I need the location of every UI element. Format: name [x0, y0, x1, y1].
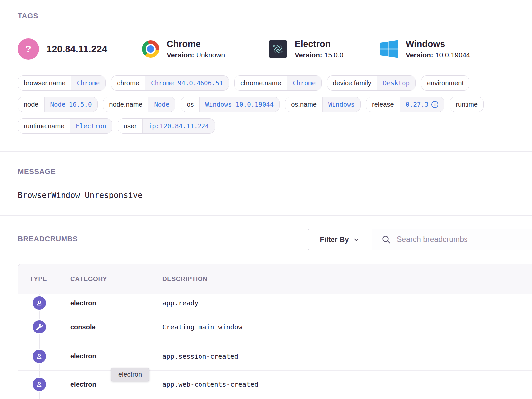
tag-pill-user[interactable]: user ip:120.84.11.224 — [118, 118, 215, 134]
breadcrumbs-table-header: TYPE CATEGORY DESCRIPTION — [18, 264, 532, 294]
context-user: ? 120.84.11.224 — [18, 38, 107, 60]
question-mark-icon: ? — [25, 43, 31, 55]
tag-value[interactable]: Electron — [70, 119, 112, 133]
tag-pill-environment[interactable]: environment — [421, 75, 469, 91]
runtime-version: Version: 15.0.0 — [295, 51, 343, 59]
tag-key: environment — [421, 76, 469, 90]
unknown-user-avatar: ? — [18, 38, 39, 60]
section-divider — [0, 215, 532, 216]
tag-pill-browser-name[interactable]: browser.name Chrome — [18, 75, 106, 91]
info-icon[interactable]: i — [431, 101, 438, 108]
os-version: Version: 10.0.19044 — [406, 51, 470, 59]
chevron-down-icon — [352, 236, 360, 244]
browser-title: Chrome — [167, 39, 225, 49]
category-tooltip: electron — [111, 368, 149, 381]
tag-key: node.name — [103, 97, 148, 112]
wrench-icon — [32, 319, 47, 334]
filter-by-button[interactable]: Filter By — [308, 229, 372, 250]
breadcrumb-row[interactable]: electron app.ready — [18, 294, 532, 312]
tag-value[interactable]: Chrome — [287, 76, 322, 90]
tag-pill-row-3: runtime.name Electron user ip:120.84.11.… — [18, 118, 215, 134]
tag-key: os — [181, 97, 199, 112]
message-section-title: MESSAGE — [18, 167, 56, 176]
tag-pill-os[interactable]: os Windows 10.0.19044 — [181, 97, 280, 112]
breadcrumb-description: app.web-contents-created — [162, 380, 532, 388]
breadcrumb-row[interactable]: electron app.session-created — [18, 342, 532, 370]
windows-logo-icon — [380, 40, 398, 58]
tag-key: device.family — [327, 76, 377, 90]
breadcrumb-description: Creating main window — [162, 323, 532, 331]
tag-pill-runtime[interactable]: runtime — [450, 97, 484, 112]
context-os: Windows Version: 10.0.19044 — [380, 38, 470, 60]
breadcrumb-category: console — [70, 323, 162, 331]
tags-section-title: TAGS — [18, 12, 38, 20]
user-ip-title: 120.84.11.224 — [46, 44, 107, 55]
tag-value[interactable]: Node 16.5.0 — [44, 97, 98, 112]
column-header-type: TYPE — [18, 275, 70, 283]
tag-pill-node-name[interactable]: node.name Node — [103, 97, 175, 112]
tag-value[interactable]: Desktop — [377, 76, 415, 90]
tag-pill-os-name[interactable]: os.name Windows — [285, 97, 361, 112]
tag-pill-device-family[interactable]: device.family Desktop — [327, 75, 416, 91]
tag-key: os.name — [285, 97, 322, 112]
tag-value[interactable]: Node — [148, 97, 175, 112]
tag-value[interactable]: 0.27.3i — [400, 97, 444, 112]
tag-pill-chrome-name[interactable]: chrome.name Chrome — [234, 75, 322, 91]
tag-pill-chrome[interactable]: chrome Chrome 94.0.4606.51 — [111, 75, 229, 91]
tag-pill-runtime-name[interactable]: runtime.name Electron — [18, 118, 112, 134]
user-icon — [32, 295, 47, 311]
message-text: BrowserWindow Unresponsive — [18, 191, 143, 200]
search-breadcrumbs-input[interactable] — [396, 235, 532, 244]
section-divider — [0, 151, 532, 152]
breadcrumb-row[interactable]: console Creating main window — [18, 312, 532, 342]
breadcrumb-description: app.session-created — [162, 352, 532, 360]
breadcrumbs-searchbox[interactable] — [372, 229, 532, 250]
user-icon — [32, 377, 47, 392]
tag-value[interactable]: Chrome — [71, 76, 106, 90]
column-header-category: CATEGORY — [70, 275, 162, 283]
breadcrumb-category: electron — [70, 299, 162, 307]
breadcrumb-category: electron — [70, 381, 162, 388]
tag-value[interactable]: Windows 10.0.19044 — [199, 97, 279, 112]
electron-logo-icon — [269, 40, 287, 58]
filter-by-label: Filter By — [320, 235, 349, 244]
breadcrumbs-section-title: BREADCRUMBS — [18, 235, 78, 243]
tag-pill-release[interactable]: release 0.27.3i — [366, 97, 444, 112]
search-icon — [381, 235, 391, 245]
column-header-description: DESCRIPTION — [162, 275, 532, 283]
chrome-logo-icon — [142, 40, 159, 58]
tag-key: browser.name — [18, 76, 71, 90]
tag-pill-row-1: browser.name Chrome chrome Chrome 94.0.4… — [18, 75, 469, 91]
tag-value[interactable]: ip:120.84.11.224 — [142, 119, 215, 133]
user-icon — [32, 349, 47, 364]
os-title: Windows — [406, 39, 470, 49]
tag-key: node — [18, 97, 44, 112]
tag-key: runtime.name — [18, 119, 70, 133]
tag-key: user — [118, 119, 142, 133]
tag-key: release — [366, 97, 400, 112]
breadcrumb-category: electron — [70, 352, 162, 360]
breadcrumb-row[interactable]: electron app.web-contents-created — [18, 370, 532, 398]
tag-value[interactable]: Chrome 94.0.4606.51 — [145, 76, 229, 90]
browser-version: Version: Unknown — [167, 51, 225, 59]
tag-pill-node[interactable]: node Node 16.5.0 — [18, 97, 98, 112]
tag-key: chrome — [111, 76, 145, 90]
breadcrumb-description: app.ready — [162, 299, 532, 307]
breadcrumbs-table: TYPE CATEGORY DESCRIPTION electron app.r… — [18, 264, 532, 399]
runtime-title: Electron — [295, 39, 343, 49]
context-browser: Chrome Version: Unknown — [142, 38, 225, 60]
context-runtime: Electron Version: 15.0.0 — [269, 38, 343, 60]
tag-key: chrome.name — [235, 76, 287, 90]
breadcrumbs-filterbar: Filter By — [308, 229, 532, 250]
tag-pill-row-2: node Node 16.5.0 node.name Node os Windo… — [18, 97, 484, 112]
tag-key: runtime — [450, 97, 483, 112]
tag-value[interactable]: Windows — [322, 97, 360, 112]
